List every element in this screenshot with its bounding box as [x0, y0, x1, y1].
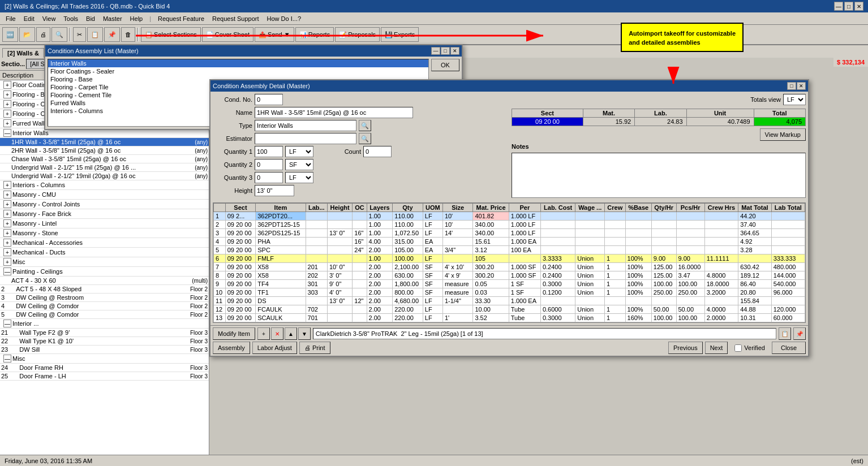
copy-btn[interactable]: 📋 [87, 27, 103, 42]
tree-item-misc-group[interactable]: — Misc [0, 354, 209, 364]
item-row-11[interactable]: 11 09 20 00 DS 13' 0" 12" 2.00 4,680.00 … [214, 297, 805, 305]
tree-item-masonry-cmu[interactable]: + Masonry - CMU [0, 190, 209, 200]
menu-view[interactable]: View [39, 14, 59, 23]
tree-item-2hr-wall[interactable]: 2HR Wall - 3-5/8" 15mil (25ga) @ 16 oc (… [0, 146, 209, 155]
expand-floor-coatings[interactable]: + [3, 81, 11, 89]
item-row-4[interactable]: 4 09 20 00 PHA 16" 4.00 315.00 EA 15.61 … [214, 238, 805, 246]
item-row-3[interactable]: 3 09 20 00 362PDS125-15 13' 0" 16" 1.00 … [214, 229, 805, 238]
tree-item-door-lh[interactable]: 25 Door Frame - LH Floor 3 [0, 372, 209, 381]
view-markup-btn[interactable]: View Markup [760, 128, 806, 141]
cad-close-x[interactable]: ✕ [797, 82, 806, 90]
cal-ok-btn[interactable]: OK [431, 59, 459, 71]
qty2-uom[interactable]: SFLFEA [285, 159, 313, 170]
tree-item-masonry-control[interactable]: + Masonry - Control Joints [0, 200, 209, 209]
tree-item-wall-k1[interactable]: 22 Wall Type K1 @ 10' Floor 3 [0, 337, 209, 346]
paste-item-btn[interactable]: 📌 [793, 327, 806, 340]
cal-close[interactable]: ✕ [450, 47, 459, 55]
exports-btn[interactable]: 💾 Exports [381, 27, 419, 42]
cal-maximize[interactable]: □ [441, 47, 450, 55]
move-down-btn[interactable]: ▼ [298, 327, 311, 340]
expand-interior-walls[interactable]: — [3, 129, 11, 137]
tree-item-wall-f2[interactable]: 21 Wall Type F2 @ 9' Floor 3 [0, 329, 209, 337]
menu-edit[interactable]: Edit [20, 14, 38, 23]
tree-item-door-rh[interactable]: 24 Door Frame RH Floor 3 [0, 364, 209, 372]
maximize-btn[interactable]: □ [844, 2, 853, 11]
move-up-btn[interactable]: ▲ [285, 327, 297, 340]
next-btn[interactable]: Next [705, 342, 728, 354]
tree-item-undergrid-wall-2[interactable]: Undergrid Wall - 2-1/2" 19mil (20ga) @ 1… [0, 172, 209, 180]
item-row-8[interactable]: 8 09 20 00 X58 202 3' 0" 2.00 630.00 SF … [214, 271, 805, 280]
cover-sheet-btn[interactable]: 📄 Cover Sheet [202, 27, 253, 42]
modify-item-btn[interactable]: Modify Item [213, 327, 255, 340]
tree-item-chase-wall[interactable]: Chase Wall - 3-5/8" 15mil (25ga) @ 16 oc… [0, 155, 209, 163]
expand-mech-ducts[interactable]: + [3, 248, 11, 256]
item-row-9[interactable]: 9 09 20 00 TF4 301 9' 0" 2.00 1,800.00 S… [214, 280, 805, 288]
assembly-btn[interactable]: Assembly [213, 342, 250, 354]
menu-how-do-i[interactable]: How Do I...? [264, 14, 305, 23]
reports-btn[interactable]: 📊 Reports [295, 27, 334, 42]
item-row-12[interactable]: 12 09 20 00 FCAULK 702 2.00 220.00 LF 10… [214, 305, 805, 314]
add-item-btn[interactable]: + [257, 327, 270, 340]
proposals-btn[interactable]: 📝 Proposals [335, 27, 380, 42]
item-row-6[interactable]: 6 09 20 00 FMLF 1.00 100.00 LF 105 3.333… [214, 254, 805, 263]
qty3-uom[interactable]: LFSFEA [285, 172, 313, 183]
qty3-input[interactable] [255, 172, 283, 183]
count-input[interactable] [363, 146, 392, 157]
qty2-input[interactable] [255, 159, 283, 170]
expand-masonry-face[interactable]: + [3, 210, 11, 218]
tree-item-mechanical-ducts[interactable]: + Mechanical - Ducts [0, 248, 209, 257]
open-btn[interactable]: 📂 [19, 27, 35, 42]
close-btn[interactable]: ✕ [854, 2, 863, 11]
close-detail-btn[interactable]: Close [772, 342, 806, 354]
item-row-10[interactable]: 10 09 20 00 TF1 303 4' 0" 2.00 800.00 SF… [214, 288, 805, 297]
menu-tools[interactable]: Tools [60, 14, 81, 23]
expand-furred-walls[interactable]: + [3, 119, 11, 127]
item-row-1[interactable]: 1 09 2... 362PDT20... 1.00 110.00 LF 10'… [214, 212, 805, 221]
preview-btn[interactable]: 🔍 [51, 27, 67, 42]
expand-flooring-base[interactable]: + [3, 90, 11, 98]
qty1-uom[interactable]: LFSFEA [285, 146, 313, 157]
tree-item-dw-corridor[interactable]: 4 DW Ceiling @ Comdor Floor 2 [0, 302, 209, 310]
expand-masonry-stone[interactable]: + [3, 229, 11, 237]
item-row-13[interactable]: 13 09 20 00 SCAULK 701 2.00 220.00 LF 1'… [214, 314, 805, 322]
tree-item-interior-group[interactable]: — Interior ... [0, 319, 209, 329]
copy-item-btn[interactable]: 📋 [779, 327, 791, 340]
tree-item-masonry-face[interactable]: + Masonry - Face Brick [0, 209, 209, 219]
remove-item-btn[interactable]: ✕ [271, 327, 283, 340]
totals-view-select[interactable]: LFSF [783, 94, 806, 105]
expand-misc2[interactable]: — [3, 355, 11, 363]
tree-item-dw-restroom[interactable]: 3 DW Ceiling @ Restroom Floor 2 [0, 294, 209, 302]
tree-item-act4[interactable]: ACT 4 - 30 X 60 (multi) [0, 277, 209, 285]
height-input[interactable] [255, 185, 294, 196]
tree-item-misc[interactable]: + Misc [0, 257, 209, 267]
tree-item-act5[interactable]: 2 ACT 5 - 48 X 48 Sloped Floor 2 [0, 285, 209, 294]
cad-maximize[interactable]: □ [787, 82, 796, 90]
expand-masonry-lintel[interactable]: + [3, 219, 11, 227]
expand-painting[interactable]: — [3, 267, 11, 275]
tab-walls[interactable]: [2] Walls & [2, 48, 44, 58]
name-input[interactable] [255, 107, 413, 118]
type-input[interactable] [255, 120, 356, 131]
expand-mech-acc[interactable]: + [3, 239, 11, 247]
expand-flooring-cement[interactable]: + [3, 110, 11, 118]
delete-btn[interactable]: 🗑 [121, 27, 135, 42]
minimize-btn[interactable]: — [834, 2, 843, 11]
expand-interiors-columns[interactable]: + [3, 181, 11, 189]
verified-checkbox[interactable] [734, 344, 742, 352]
item-row-2[interactable]: 2 09 20 00 362PDT125-15 1.00 110.00 LF 1… [214, 221, 805, 229]
tree-item-painting[interactable]: — Painting - Ceilings [0, 267, 209, 277]
type-search-btn[interactable]: 🔍 [359, 120, 371, 131]
send-btn[interactable]: 📤 Send ▼ [255, 27, 294, 42]
notes-textarea[interactable] [512, 153, 806, 198]
expand-masonry-control[interactable]: + [3, 200, 11, 208]
select-sections-btn[interactable]: 📋 Select Sections [141, 27, 201, 42]
tree-item-dw-sill[interactable]: 23 DW Sill Floor 3 [0, 346, 209, 354]
expand-interior[interactable]: — [3, 320, 11, 327]
tree-item-masonry-stone[interactable]: + Masonry - Stone [0, 228, 209, 238]
tree-item-interiors-columns[interactable]: + Interiors - Columns [0, 180, 209, 190]
item-row-5[interactable]: 5 09 20 00 SPC 24" 2.00 105.00 EA 3/4" 3… [214, 246, 805, 254]
cond-no-input[interactable] [255, 94, 283, 105]
item-grid-container[interactable]: Sect Item Lab... Height OC Layers Qty UO… [213, 202, 806, 323]
cal-minimize[interactable]: — [431, 47, 440, 55]
tree-item-mechanical-acc[interactable]: + Mechanical - Accessories [0, 238, 209, 248]
